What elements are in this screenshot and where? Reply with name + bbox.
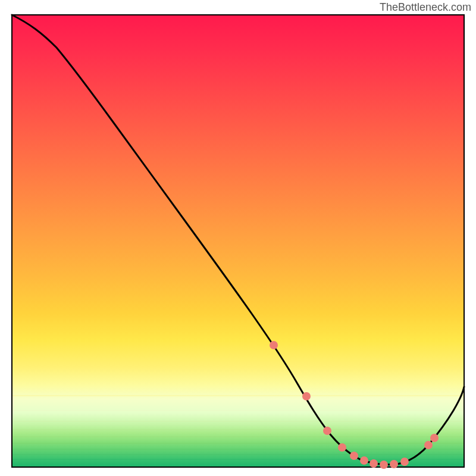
svg-point-12 — [338, 443, 346, 452]
svg-point-10 — [302, 392, 311, 400]
plot-background — [12, 15, 464, 467]
chart-container: TheBottleneck.com — [0, 0, 476, 476]
svg-point-17 — [390, 460, 398, 468]
svg-point-9 — [270, 341, 278, 349]
svg-point-15 — [369, 459, 378, 468]
svg-point-20 — [430, 434, 439, 442]
svg-point-16 — [380, 461, 388, 469]
svg-point-14 — [360, 456, 368, 465]
chart-svg — [0, 0, 476, 476]
svg-point-18 — [400, 458, 409, 466]
svg-point-19 — [424, 441, 433, 449]
svg-point-11 — [323, 427, 331, 435]
svg-point-13 — [350, 452, 358, 460]
attribution-text: TheBottleneck.com — [380, 1, 471, 14]
